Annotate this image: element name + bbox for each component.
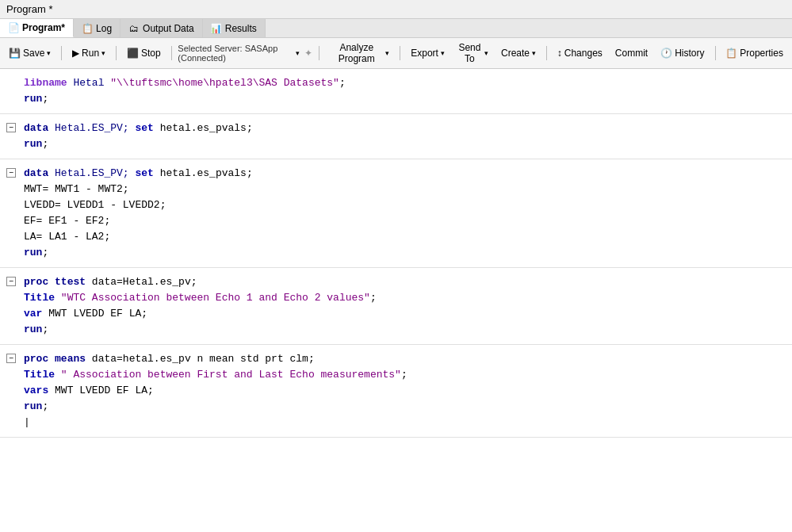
code-line-5-5 bbox=[0, 415, 792, 431]
code-line-5-1: − proc means data=hetal.es_pv n mean std… bbox=[0, 351, 792, 367]
results-icon: 📊 bbox=[211, 23, 222, 34]
code-line-5-2: Title " Association between First and La… bbox=[0, 367, 792, 383]
analyze-button[interactable]: Analyze Program ▾ bbox=[326, 40, 393, 66]
analyze-dropdown-arrow[interactable]: ▾ bbox=[385, 49, 389, 57]
properties-button[interactable]: 📋 Properties bbox=[721, 46, 787, 60]
create-button[interactable]: Create ▾ bbox=[497, 46, 540, 60]
stop-icon: ⬛ bbox=[127, 48, 139, 59]
export-button[interactable]: Export ▾ bbox=[407, 46, 449, 60]
sep1 bbox=[61, 46, 62, 60]
sep6 bbox=[546, 46, 547, 60]
tab-results-label: Results bbox=[225, 23, 257, 34]
history-button[interactable]: 🕐 History bbox=[656, 46, 708, 60]
sep5 bbox=[400, 46, 400, 60]
code-line-3-3: LVEDD= LVEDD1 - LVEDD2; bbox=[0, 197, 792, 213]
code-line-4-3: var MWT LVEDD EF LA; bbox=[0, 306, 792, 322]
tab-log[interactable]: 📋 Log bbox=[74, 19, 121, 37]
tab-results[interactable]: 📊 Results bbox=[203, 19, 266, 37]
collapse-btn-2[interactable]: − bbox=[6, 123, 16, 132]
title-bar: Program * bbox=[0, 0, 792, 19]
changes-icon: ↕ bbox=[557, 48, 562, 59]
save-dropdown-arrow[interactable]: ▾ bbox=[47, 49, 51, 57]
sep7 bbox=[715, 46, 716, 60]
code-line-4-1: − proc ttest data=Hetal.es_pv; bbox=[0, 274, 792, 290]
code-block-3: − data Hetal.ES_PV; set hetal.es_pvals; … bbox=[0, 159, 792, 268]
server-dropdown-arrow[interactable]: ▾ bbox=[296, 49, 300, 57]
tab-log-label: Log bbox=[96, 23, 112, 34]
tab-output-label: Output Data bbox=[143, 23, 194, 34]
collapse-btn-4[interactable]: − bbox=[6, 277, 16, 286]
code-editor[interactable]: libname Hetal "\\tuftsmc\home\hpatel3\SA… bbox=[0, 69, 792, 532]
code-line-1-2: run; bbox=[0, 91, 792, 107]
sep4 bbox=[319, 46, 319, 60]
server-label: Selected Server: SASApp (Connected) bbox=[178, 44, 291, 63]
code-line-3-1: − data Hetal.ES_PV; set hetal.es_pvals; bbox=[0, 166, 792, 182]
sendto-button[interactable]: Send To ▾ bbox=[453, 40, 492, 66]
tab-output[interactable]: 🗂 Output Data bbox=[121, 19, 203, 37]
title-label: Program * bbox=[6, 3, 53, 15]
code-block-4: − proc ttest data=Hetal.es_pv; Title "WT… bbox=[0, 268, 792, 345]
code-block-2: − data Hetal.ES_PV; set hetal.es_pvals; … bbox=[0, 114, 792, 159]
export-dropdown-arrow[interactable]: ▾ bbox=[441, 49, 445, 57]
code-line-3-6: run; bbox=[0, 245, 792, 261]
history-icon: 🕐 bbox=[660, 48, 672, 59]
libname-keyword: libname bbox=[24, 75, 67, 91]
code-line-5-3: vars MWT LVEDD EF LA; bbox=[0, 383, 792, 399]
collapse-btn-3[interactable]: − bbox=[6, 168, 16, 178]
server-icon: ✦ bbox=[304, 48, 312, 59]
stop-button[interactable]: ⬛ Stop bbox=[123, 46, 165, 60]
sep2 bbox=[116, 46, 117, 60]
code-line-2-1: − data Hetal.ES_PV; set hetal.es_pvals; bbox=[0, 121, 792, 136]
sendto-dropdown-arrow[interactable]: ▾ bbox=[484, 49, 488, 57]
collapse-btn-5[interactable]: − bbox=[6, 354, 16, 363]
code-line-3-5: LA= LA1 - LA2; bbox=[0, 229, 792, 245]
tab-program-label: Program* bbox=[22, 22, 65, 33]
sep3 bbox=[171, 46, 172, 60]
save-button[interactable]: 💾 Save ▾ bbox=[5, 46, 55, 60]
run-icon: ▶ bbox=[72, 48, 79, 59]
log-icon: 📋 bbox=[82, 23, 93, 34]
toolbar: 💾 Save ▾ ▶ Run ▾ ⬛ Stop Selected Server:… bbox=[0, 38, 792, 69]
save-icon: 💾 bbox=[9, 48, 21, 59]
create-dropdown-arrow[interactable]: ▾ bbox=[532, 49, 536, 57]
tab-bar: 📄 Program* 📋 Log 🗂 Output Data 📊 Results bbox=[0, 19, 792, 38]
table-icon: 🗂 bbox=[128, 23, 140, 34]
commit-button[interactable]: Commit bbox=[611, 46, 652, 60]
changes-button[interactable]: ↕ Changes bbox=[553, 46, 606, 60]
tab-program[interactable]: 📄 Program* bbox=[0, 19, 74, 37]
code-line-3-4: EF= EF1 - EF2; bbox=[0, 213, 792, 229]
code-line-2-2: run; bbox=[0, 136, 792, 152]
run-button[interactable]: ▶ Run ▾ bbox=[68, 46, 109, 60]
properties-icon: 📋 bbox=[725, 48, 737, 59]
code-line-3-2: MWT= MWT1 - MWT2; bbox=[0, 182, 792, 197]
code-line-4-4: run; bbox=[0, 322, 792, 338]
page-icon: 📄 bbox=[8, 22, 19, 33]
code-line-1-1: libname Hetal "\\tuftsmc\home\hpatel3\SA… bbox=[0, 75, 792, 91]
code-block-1: libname Hetal "\\tuftsmc\home\hpatel3\SA… bbox=[0, 69, 792, 114]
run-dropdown-arrow[interactable]: ▾ bbox=[101, 49, 105, 57]
code-line-4-2: Title "WTC Association between Echo 1 an… bbox=[0, 290, 792, 306]
code-block-5: − proc means data=hetal.es_pv n mean std… bbox=[0, 345, 792, 438]
code-line-5-4: run; bbox=[0, 399, 792, 415]
